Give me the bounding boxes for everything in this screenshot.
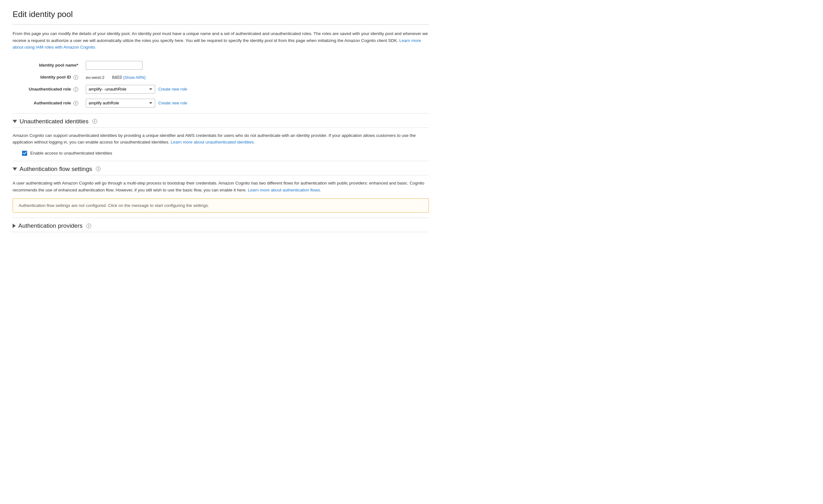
unauth-section-toggle[interactable] xyxy=(13,120,17,123)
unauth-section-body: Amazon Cognito can support unauthenticat… xyxy=(13,132,429,156)
unauth-checkbox-label: Enable access to unauthenticated identit… xyxy=(30,151,112,156)
unauth-learn-more-link[interactable]: Learn more about unauthenticated identit… xyxy=(171,140,255,144)
pool-id-info-icon: i xyxy=(73,75,78,80)
auth-flow-section-toggle[interactable] xyxy=(13,167,17,171)
auth-role-label: Authenticated role xyxy=(34,101,71,105)
unauth-section-divider2 xyxy=(13,127,429,128)
unauth-checkbox-row: Enable access to unauthenticated identit… xyxy=(22,151,429,156)
pool-id-row: Identity pool ID i eu-west-2 8403 (Show … xyxy=(13,72,429,82)
auth-flow-section-divider2 xyxy=(13,175,429,175)
auth-providers-section-divider xyxy=(13,218,429,218)
pool-id-value: eu-west-2 xyxy=(86,75,104,80)
unauth-create-role-link[interactable]: Create new role xyxy=(158,87,187,92)
auth-flow-notice[interactable]: Authentication flow settings are not con… xyxy=(13,198,429,212)
unauth-role-select[interactable]: amplify- -unauthRole xyxy=(86,85,155,94)
unauth-identities-section-header: Unauthenticated identities i xyxy=(13,118,429,125)
pool-id-label: Identity pool ID xyxy=(40,75,71,79)
auth-providers-info-icon: i xyxy=(87,224,91,228)
auth-flow-notice-text: Authentication flow settings are not con… xyxy=(19,203,209,208)
page-title: Edit identity pool xyxy=(13,9,429,19)
auth-providers-section-title: Authentication providers xyxy=(18,222,83,229)
auth-role-wrapper: amplify authRole Create new role xyxy=(86,99,187,108)
pool-id-number: 8403 xyxy=(112,75,122,80)
auth-flow-section-title: Authentication flow settings xyxy=(20,166,92,173)
auth-flow-section-divider xyxy=(13,161,429,161)
auth-flow-section-header: Authentication flow settings i xyxy=(13,166,429,173)
unauth-section-title: Unauthenticated identities xyxy=(20,118,89,125)
auth-providers-section-header: Authentication providers i xyxy=(13,222,429,229)
unauth-checkbox[interactable] xyxy=(22,151,27,156)
auth-role-select[interactable]: amplify authRole xyxy=(86,99,155,108)
auth-role-info-icon: i xyxy=(73,101,78,106)
unauth-role-wrapper: amplify- -unauthRole Create new role xyxy=(86,85,187,94)
pool-name-label: Identity pool name* xyxy=(39,63,78,67)
unauth-section-description: Amazon Cognito can support unauthenticat… xyxy=(13,132,429,146)
title-divider xyxy=(13,24,429,25)
page-description: From this page you can modify the detail… xyxy=(13,30,429,51)
auth-create-role-link[interactable]: Create new role xyxy=(158,101,187,105)
auth-flow-section-description: A user authenticating with Amazon Cognit… xyxy=(13,180,429,193)
auth-flow-learn-more-link[interactable]: Learn more about authentication flows. xyxy=(248,188,321,192)
auth-role-row: Authenticated role i amplify authRole Cr… xyxy=(13,96,429,110)
auth-providers-section-divider2 xyxy=(13,232,429,232)
auth-providers-section-toggle[interactable] xyxy=(13,224,16,228)
auth-flow-info-icon: i xyxy=(96,167,101,171)
unauth-section-info-icon: i xyxy=(93,119,97,124)
unauth-role-row: Unauthenticated role i amplify- -unauthR… xyxy=(13,82,429,96)
pool-name-row: Identity pool name* xyxy=(13,58,429,72)
show-arn-link[interactable]: (Show ARN) xyxy=(123,75,146,80)
auth-flow-section-body: A user authenticating with Amazon Cognit… xyxy=(13,180,429,212)
unauth-role-label: Unauthenticated role xyxy=(29,87,71,92)
pool-name-input[interactable] xyxy=(86,61,143,70)
unauth-role-info-icon: i xyxy=(73,87,78,92)
unauth-section-divider xyxy=(13,113,429,114)
form-table: Identity pool name* Identity pool ID i e… xyxy=(13,58,429,110)
check-icon xyxy=(23,151,26,155)
